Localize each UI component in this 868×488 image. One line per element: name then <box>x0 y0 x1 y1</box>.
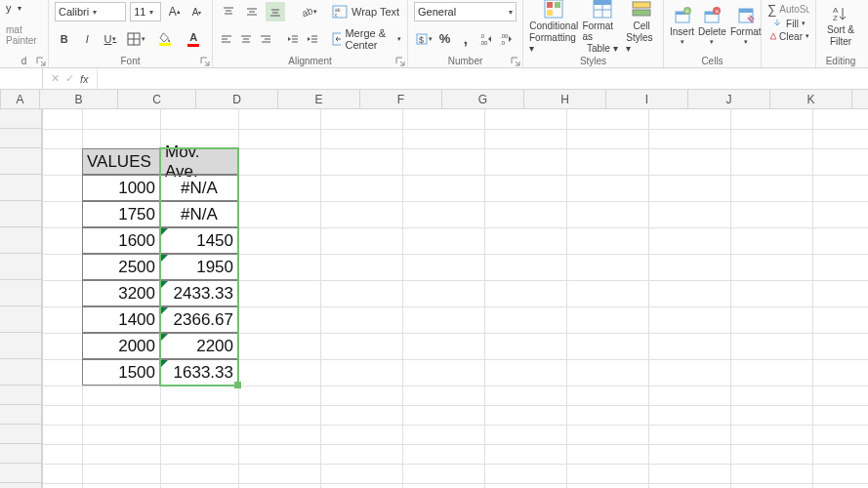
error-indicator-icon[interactable] <box>161 228 168 235</box>
font-size-combo[interactable]: 11▾ <box>130 2 161 21</box>
align-bottom-button[interactable] <box>266 2 285 21</box>
cell-movave-1[interactable]: #N/A <box>160 201 238 227</box>
clipboard-dialog-launcher[interactable] <box>36 57 46 66</box>
align-right-button[interactable] <box>258 29 273 49</box>
error-indicator-icon[interactable] <box>161 360 168 367</box>
col-header-F[interactable]: F <box>360 90 442 108</box>
italic-button[interactable]: I <box>78 29 98 49</box>
col-header-I[interactable]: I <box>606 90 688 108</box>
font-dialog-launcher[interactable] <box>200 57 210 66</box>
enter-formula-button[interactable]: ✓ <box>65 72 74 85</box>
fill-color-button[interactable] <box>152 29 177 49</box>
header-values[interactable]: VALUES <box>82 148 160 175</box>
underline-button[interactable]: U▾ <box>101 29 120 49</box>
format-painter-fragment[interactable]: mat Painter <box>6 24 42 46</box>
cell-styles-button[interactable]: CellStyles ▾ <box>626 0 657 54</box>
row-header-6[interactable] <box>0 227 42 254</box>
row-header-10[interactable] <box>0 333 42 359</box>
cell-value-7[interactable]: 1500 <box>82 359 160 386</box>
cell-movave-3[interactable]: 1950 <box>160 254 238 280</box>
cells-area[interactable]: VALUESMov. Ave.1000#N/A1750#N/A160014502… <box>43 109 868 488</box>
row-header-7[interactable] <box>0 254 42 280</box>
row-header-9[interactable] <box>0 306 42 333</box>
fx-button[interactable]: fx <box>80 73 89 85</box>
bold-button[interactable]: B <box>55 29 74 49</box>
number-format-combo[interactable]: General▾ <box>414 2 517 21</box>
format-as-table-button[interactable]: Format asTable ▾ <box>582 0 622 54</box>
insert-cells-button[interactable]: +Insert▾ <box>670 6 694 46</box>
font-color-button[interactable]: A <box>182 29 206 49</box>
cell-movave-0[interactable]: #N/A <box>160 175 238 201</box>
row-header-12[interactable] <box>0 386 42 405</box>
fill-button[interactable]: Fill▾ <box>767 18 809 29</box>
formula-input[interactable] <box>98 68 868 89</box>
row-headers[interactable] <box>0 109 43 488</box>
align-middle-button[interactable] <box>242 2 262 21</box>
row-header-13[interactable] <box>0 405 42 425</box>
cell-value-0[interactable]: 1000 <box>82 175 160 201</box>
increase-indent-button[interactable] <box>305 29 320 49</box>
shrink-font-button[interactable]: A▾ <box>187 2 206 21</box>
accounting-format-button[interactable]: $▾ <box>414 29 434 49</box>
col-header-L[interactable]: L <box>852 90 868 108</box>
cell-movave-6[interactable]: 2200 <box>160 333 238 359</box>
comma-format-button[interactable]: , <box>456 29 475 49</box>
cell-movave-5[interactable]: 2366.67 <box>160 306 238 333</box>
row-header-16[interactable] <box>0 464 42 483</box>
decrease-indent-button[interactable] <box>285 29 301 49</box>
column-headers[interactable]: ABCDEFGHIJKL <box>1 90 868 109</box>
alignment-dialog-launcher[interactable] <box>395 57 405 66</box>
increase-decimal-button[interactable]: .0.00 <box>477 29 496 49</box>
align-top-button[interactable] <box>219 2 238 21</box>
number-dialog-launcher[interactable] <box>511 57 520 66</box>
error-indicator-icon[interactable] <box>161 307 168 314</box>
cell-value-1[interactable]: 1750 <box>82 201 160 227</box>
row-header-4[interactable] <box>0 175 42 201</box>
merge-center-button[interactable]: Merge & Center▾ <box>332 27 401 51</box>
cancel-formula-button[interactable]: ✕ <box>51 72 60 85</box>
format-cells-button[interactable]: Format▾ <box>730 6 762 46</box>
col-header-K[interactable]: K <box>770 90 852 108</box>
row-header-2[interactable] <box>0 129 42 148</box>
conditional-formatting-button[interactable]: ConditionalFormatting ▾ <box>529 0 578 54</box>
header-mov-ave[interactable]: Mov. Ave. <box>160 148 238 175</box>
row-header-1[interactable] <box>0 109 42 129</box>
autosum-button[interactable]: ∑AutoSum <box>767 2 809 17</box>
col-header-J[interactable]: J <box>688 90 770 108</box>
font-name-combo[interactable]: Calibri▾ <box>55 2 126 21</box>
row-header-3[interactable] <box>0 148 42 175</box>
name-box[interactable] <box>0 68 43 89</box>
col-header-C[interactable]: C <box>118 90 196 108</box>
col-header-E[interactable]: E <box>278 90 360 108</box>
col-header-D[interactable]: D <box>196 90 278 108</box>
row-header-11[interactable] <box>0 359 42 386</box>
cell-value-2[interactable]: 1600 <box>82 227 160 254</box>
cell-value-6[interactable]: 2000 <box>82 333 160 359</box>
row-header-8[interactable] <box>0 280 42 306</box>
wrap-text-button[interactable]: abcWrap Text <box>332 5 399 19</box>
cell-movave-7[interactable]: 1633.33 <box>160 359 238 386</box>
clear-button[interactable]: Clear▾ <box>767 30 809 42</box>
paste-fragment[interactable]: y <box>6 2 12 14</box>
row-header-17[interactable] <box>0 483 42 488</box>
delete-cells-button[interactable]: ×Delete▾ <box>698 6 726 46</box>
cell-movave-4[interactable]: 2433.33 <box>160 280 238 306</box>
col-header-A[interactable]: A <box>1 90 40 108</box>
cell-value-3[interactable]: 2500 <box>82 254 160 280</box>
percent-format-button[interactable]: % <box>435 29 454 49</box>
col-header-B[interactable]: B <box>40 90 118 108</box>
align-center-button[interactable] <box>238 29 254 49</box>
cell-value-5[interactable]: 1400 <box>82 306 160 333</box>
sort-filter-button[interactable]: AZSort &Filter <box>827 4 854 47</box>
error-indicator-icon[interactable] <box>161 334 168 341</box>
grow-font-button[interactable]: A▴ <box>165 2 184 21</box>
cell-movave-2[interactable]: 1450 <box>160 227 238 254</box>
align-left-button[interactable] <box>219 29 234 49</box>
row-header-5[interactable] <box>0 201 42 227</box>
row-header-15[interactable] <box>0 444 42 464</box>
decrease-decimal-button[interactable]: .00.0 <box>498 29 517 49</box>
borders-button[interactable]: ▾ <box>124 29 148 49</box>
col-header-G[interactable]: G <box>442 90 524 108</box>
error-indicator-icon[interactable] <box>161 281 168 288</box>
row-header-14[interactable] <box>0 425 42 444</box>
